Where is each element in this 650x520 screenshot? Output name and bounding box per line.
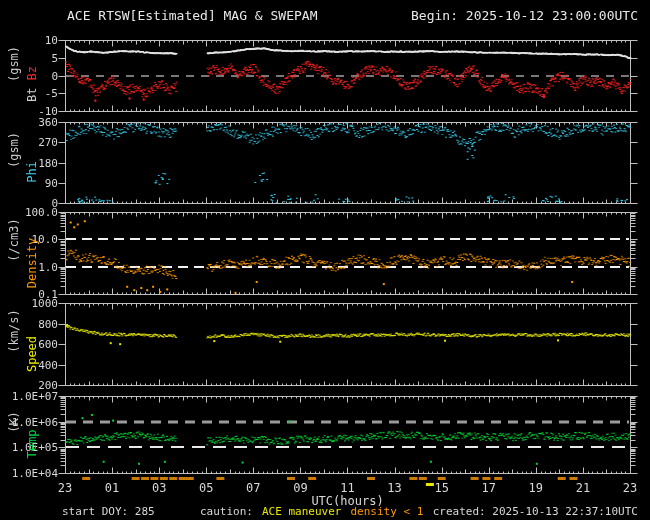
ace-rtsw-plot: ACE RTSW[Estimated] MAG & SWEPAM Begin: … (0, 0, 650, 520)
axis-name-segment: Bt (25, 80, 39, 102)
density-panel-name-label: Density (25, 238, 39, 289)
plot-canvas (0, 0, 650, 520)
x-tick-label: 05 (189, 481, 223, 495)
x-tick-label: 01 (95, 481, 129, 495)
created-timestamp: created: 2025-10-13 22:37:10UTC (433, 505, 638, 518)
temp-panel-unit-label: (K) (7, 411, 21, 433)
bt-bz-panel-name-label: Bt Bz (25, 66, 39, 102)
x-tick-label: 21 (566, 481, 600, 495)
plot-title: ACE RTSW[Estimated] MAG & SWEPAM (67, 8, 317, 23)
x-tick-label: 23 (48, 481, 82, 495)
y-tick-label: 1.0E+07 (0, 390, 58, 403)
y-tick-label: 1000 (0, 297, 58, 310)
caution-density-label: density < 1 (350, 505, 423, 518)
phi-panel-unit-label: (gsm) (7, 131, 21, 167)
x-tick-label: 15 (425, 481, 459, 495)
y-tick-label: 100.0 (0, 206, 58, 219)
caution-note: caution:ACE maneuverdensity < 1 (200, 505, 432, 518)
temp-panel-name-label: Temp (25, 429, 39, 458)
x-tick-label: 13 (378, 481, 412, 495)
bt-bz-panel-unit-label: (gsm) (7, 46, 21, 82)
phi-panel-name-label: Phi (25, 161, 39, 183)
x-tick-label: 17 (472, 481, 506, 495)
x-tick-label: 09 (283, 481, 317, 495)
y-tick-label: 360 (0, 116, 58, 129)
x-tick-label: 23 (613, 481, 647, 495)
density-panel-unit-label: (/cm3) (7, 218, 21, 261)
y-tick-label: 1.0E+04 (0, 467, 58, 480)
x-tick-label: 19 (519, 481, 553, 495)
begin-timestamp: Begin: 2025-10-12 23:00:00UTC (411, 8, 638, 23)
axis-name-segment: Temp (25, 429, 39, 458)
axis-name-segment: Speed (25, 336, 39, 372)
caution-maneuver-label: ACE maneuver (262, 505, 341, 518)
x-tick-label: 11 (331, 481, 365, 495)
caution-label: caution: (200, 505, 253, 518)
x-tick-label: 07 (236, 481, 270, 495)
axis-name-segment: Density (25, 238, 39, 289)
axis-name-segment: Phi (25, 161, 39, 183)
x-tick-label: 03 (142, 481, 176, 495)
speed-panel-name-label: Speed (25, 336, 39, 372)
start-doy-label: start DOY: 285 (62, 505, 155, 518)
speed-panel-unit-label: (km/s) (7, 309, 21, 352)
axis-name-segment: Bz (25, 66, 39, 80)
